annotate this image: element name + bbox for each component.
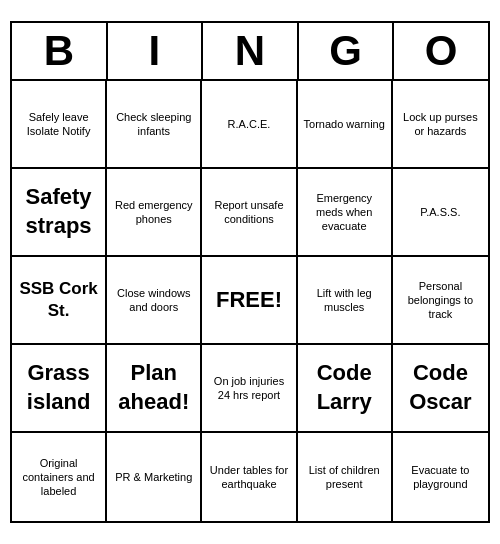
header-letter-G: G bbox=[299, 23, 395, 79]
bingo-cell-17: On job injuries 24 hrs report bbox=[202, 345, 297, 433]
bingo-grid: Safely leave Isolate NotifyCheck sleepin… bbox=[12, 81, 488, 521]
bingo-cell-10: SSB Cork St. bbox=[12, 257, 107, 345]
bingo-cell-8: Emergency meds when evacuate bbox=[298, 169, 393, 257]
bingo-cell-11: Close windows and doors bbox=[107, 257, 202, 345]
header-letter-O: O bbox=[394, 23, 488, 79]
bingo-cell-16: Plan ahead! bbox=[107, 345, 202, 433]
header-letter-B: B bbox=[12, 23, 108, 79]
bingo-cell-5: Safety straps bbox=[12, 169, 107, 257]
bingo-card: BINGO Safely leave Isolate NotifyCheck s… bbox=[10, 21, 490, 523]
bingo-cell-15: Grass island bbox=[12, 345, 107, 433]
bingo-cell-24: Evacuate to playground bbox=[393, 433, 488, 521]
header-letter-N: N bbox=[203, 23, 299, 79]
bingo-cell-20: Original containers and labeled bbox=[12, 433, 107, 521]
bingo-cell-0: Safely leave Isolate Notify bbox=[12, 81, 107, 169]
bingo-cell-4: Lock up purses or hazards bbox=[393, 81, 488, 169]
header-letter-I: I bbox=[108, 23, 204, 79]
bingo-cell-9: P.A.S.S. bbox=[393, 169, 488, 257]
bingo-cell-21: PR & Marketing bbox=[107, 433, 202, 521]
bingo-cell-23: List of children present bbox=[298, 433, 393, 521]
bingo-cell-6: Red emergency phones bbox=[107, 169, 202, 257]
bingo-cell-13: Lift with leg muscles bbox=[298, 257, 393, 345]
bingo-cell-19: Code Oscar bbox=[393, 345, 488, 433]
bingo-header: BINGO bbox=[12, 23, 488, 81]
bingo-cell-3: Tornado warning bbox=[298, 81, 393, 169]
bingo-cell-14: Personal belongings to track bbox=[393, 257, 488, 345]
bingo-cell-18: Code Larry bbox=[298, 345, 393, 433]
bingo-cell-12: FREE! bbox=[202, 257, 297, 345]
bingo-cell-1: Check sleeping infants bbox=[107, 81, 202, 169]
bingo-cell-2: R.A.C.E. bbox=[202, 81, 297, 169]
bingo-cell-7: Report unsafe conditions bbox=[202, 169, 297, 257]
bingo-cell-22: Under tables for earthquake bbox=[202, 433, 297, 521]
